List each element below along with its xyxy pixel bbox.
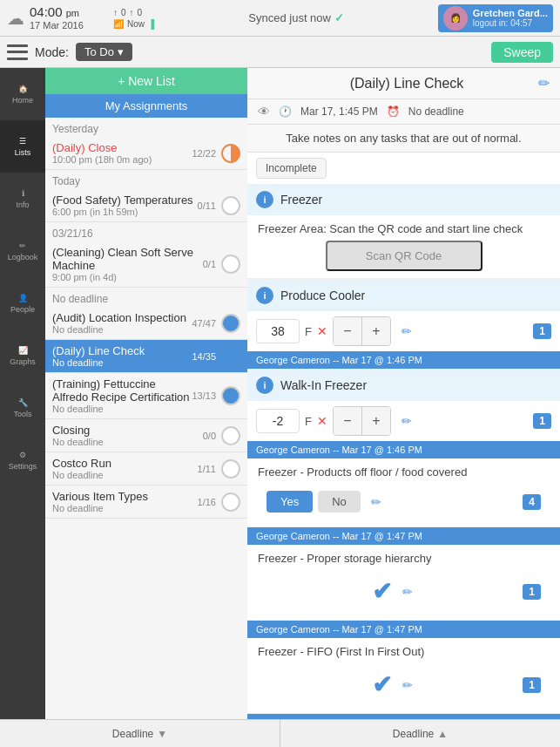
lists-icon: ☰: [19, 137, 26, 146]
scan-qr-button[interactable]: Scan QR Code: [326, 241, 482, 271]
hamburger-menu[interactable]: [7, 44, 28, 60]
item-title: (Training) Fettuccine Alfredo Recipe Cer…: [52, 377, 192, 404]
sidebar-item-logbook[interactable]: ✏ Logbook: [0, 225, 45, 277]
temp-value[interactable]: 38: [256, 319, 300, 343]
task-text: Freezer - FIFO (First In First Out): [258, 645, 550, 658]
edit-icon[interactable]: ✏: [538, 75, 550, 92]
item-count: 0/0: [203, 431, 216, 441]
info-badge: i: [256, 287, 273, 304]
item-meta: No deadline: [52, 324, 192, 335]
sync-text: Synced just now: [248, 11, 331, 24]
item-meta: 10:00 pm (18h 0m ago): [52, 154, 192, 165]
sync-check-icon: ✓: [334, 11, 344, 24]
item-count: 14/35: [192, 351, 216, 362]
temp-clear-icon[interactable]: ✕: [317, 414, 327, 428]
info-badge: i: [256, 191, 273, 208]
settings-icon: ⚙: [19, 451, 26, 459]
sidebar-item-home[interactable]: 🏠 Home: [0, 68, 45, 120]
pencil-icon[interactable]: ✏: [402, 678, 413, 692]
item-count: 13/13: [192, 390, 216, 401]
item-count: 0/11: [198, 200, 216, 211]
item-progress-circle: [221, 459, 240, 479]
detail-header: (Daily) Line Check ✏: [247, 68, 560, 99]
list-item[interactable]: Various Item Types No deadline 1/16: [45, 486, 247, 519]
no-button[interactable]: No: [318, 491, 361, 513]
tools-icon: 🔧: [18, 398, 28, 407]
item-content: (Food Safety) Temperatures 6:00 pm (in 1…: [52, 194, 198, 217]
detail-scroll[interactable]: Incomplete i Freezer Freezer Area: Scan …: [247, 153, 560, 719]
stepper-plus-button[interactable]: +: [362, 317, 390, 345]
task-badge: 4: [523, 494, 541, 510]
sidebar-item-graphs[interactable]: 📈 Graphs: [0, 329, 45, 382]
user-badge[interactable]: 👩 Gretchen Gard... logout in: 04:57: [438, 4, 553, 32]
mode-dropdown[interactable]: To Do ▾: [76, 43, 132, 61]
stepper-plus-button[interactable]: +: [362, 407, 390, 435]
sidebar-item-people[interactable]: 👤 People: [0, 277, 45, 329]
download-count: Now: [127, 19, 145, 29]
deadline-label-left: Deadline: [112, 728, 153, 740]
list-item[interactable]: (Audit) Location Inspection No deadline …: [45, 307, 247, 340]
deadline-up-button[interactable]: Deadline ▲: [280, 720, 560, 747]
list-item[interactable]: (Training) Fettuccine Alfredo Recipe Cer…: [45, 373, 247, 419]
info-icon: ℹ: [22, 189, 24, 198]
alarm-icon: ⏰: [387, 105, 400, 118]
list-item[interactable]: (Cleaning) Clean Soft Serve Machine 9:00…: [45, 241, 247, 288]
section-header-freezer: i Freezer: [247, 184, 560, 215]
ampm-display: pm: [66, 8, 79, 18]
sidebar-item-tools[interactable]: 🔧 Tools: [0, 382, 45, 434]
check-row: ✔ ✏ 1: [258, 570, 550, 613]
item-meta: No deadline: [52, 357, 192, 368]
item-progress-circle: [221, 255, 240, 274]
task-section-freezer: i Freezer Freezer Area: Scan the QR code…: [247, 184, 560, 280]
new-list-button[interactable]: + New List: [45, 68, 247, 94]
section-header-today: Today: [45, 170, 247, 189]
cloud-icon: ☁: [7, 8, 24, 29]
list-item[interactable]: Costco Run No deadline 1/11: [45, 452, 247, 486]
sidebar-item-settings[interactable]: ⚙ Settings: [0, 434, 45, 486]
item-progress-circle: [221, 314, 240, 333]
section-header-yesterday: Yesterday: [45, 118, 247, 137]
pencil-icon[interactable]: ✏: [401, 414, 412, 428]
sidebar-item-lists[interactable]: ☰ Lists: [0, 120, 45, 173]
list-item[interactable]: Closing No deadline 0/0: [45, 419, 247, 452]
dropdown-arrow-icon: ▾: [118, 45, 124, 58]
temp-clear-icon[interactable]: ✕: [317, 324, 327, 338]
section-header-walkin: i Walk-In Freezer: [247, 370, 560, 401]
list-item[interactable]: (Food Safety) Temperatures 6:00 pm (in 1…: [45, 189, 247, 222]
item-content: (Training) Fettuccine Alfredo Recipe Cer…: [52, 377, 192, 414]
date-display: 17 Mar 2016: [30, 20, 108, 31]
deadline-down-button[interactable]: Deadline ▼: [0, 720, 280, 747]
task-text: Freezer - Products off floor / food cove…: [258, 465, 550, 479]
item-title: (Daily) Close: [52, 141, 192, 154]
stepper-minus-button[interactable]: −: [334, 317, 361, 345]
upload-icon: ↑: [113, 8, 118, 17]
section-name-produce: Produce Cooler: [280, 289, 365, 302]
pencil-icon[interactable]: ✏: [401, 324, 412, 338]
item-meta: No deadline: [52, 503, 198, 513]
list-item[interactable]: (Daily) Close 10:00 pm (18h 0m ago) 12/2…: [45, 137, 247, 170]
pencil-icon[interactable]: ✏: [402, 585, 413, 599]
item-meta: No deadline: [52, 470, 198, 480]
temp-value[interactable]: -2: [256, 409, 300, 433]
sweep-button[interactable]: Sweep: [491, 42, 553, 63]
task-section-walkin: i Walk-In Freezer -2 F ✕ − + ✏ 1 Geo: [247, 370, 560, 719]
list-item-active[interactable]: (Daily) Line Check No deadline 14/35: [45, 340, 247, 373]
info-label: Info: [16, 200, 29, 209]
assignments-button[interactable]: My Assignments: [45, 94, 247, 118]
detail-title: (Daily) Line Check: [282, 76, 531, 92]
home-icon: 🏠: [18, 85, 28, 93]
checkmark-icon: ✔: [372, 670, 392, 699]
attribution-walkin-temp: George Cameron -- Mar 17 @ 1:46 PM: [247, 441, 560, 458]
pencil-icon[interactable]: ✏: [371, 495, 381, 509]
item-content: (Daily) Close 10:00 pm (18h 0m ago): [52, 141, 192, 165]
home-label: Home: [12, 96, 33, 105]
settings-label: Settings: [9, 462, 37, 471]
section-header-nodeadline: No deadline: [45, 288, 247, 307]
list-scroll[interactable]: Yesterday (Daily) Close 10:00 pm (18h 0m…: [45, 118, 247, 719]
item-count: 1/11: [198, 464, 216, 474]
sidebar-item-info[interactable]: ℹ Info: [0, 173, 45, 225]
mode-bar: Mode: To Do ▾ Sweep: [0, 37, 560, 68]
yes-button[interactable]: Yes: [267, 491, 313, 513]
stepper-minus-button[interactable]: −: [334, 407, 361, 435]
incomplete-badge: Incomplete: [256, 158, 327, 179]
